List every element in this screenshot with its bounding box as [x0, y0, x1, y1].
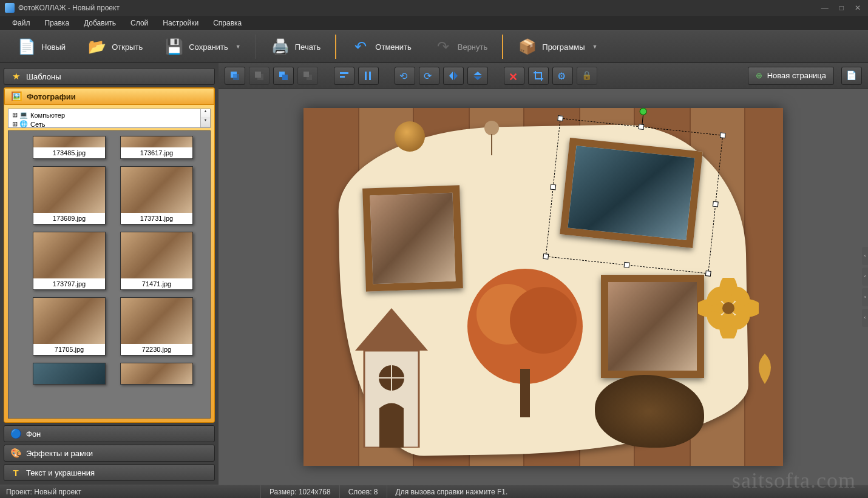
background-label: Фон	[26, 429, 41, 439]
thumb-label: 173485.jpg	[33, 147, 105, 158]
sidebar-item-text[interactable]: T Текст и украшения	[4, 464, 215, 481]
thumb-label: 173797.jpg	[33, 278, 105, 289]
undo-button[interactable]: ↶ Отменить	[340, 33, 422, 60]
svg-point-12	[484, 121, 499, 135]
thumbnail[interactable]: 72230.jpg	[120, 297, 193, 355]
new-button[interactable]: 📄 Новый	[6, 33, 76, 60]
save-button[interactable]: 💾 Сохранить ▼	[154, 33, 252, 60]
clipart-leaf[interactable]	[747, 351, 783, 387]
clipart-tree[interactable]	[464, 260, 586, 417]
clipart-poppy[interactable]	[480, 119, 504, 155]
thumb-label: 71471.jpg	[121, 278, 192, 289]
thumbnail[interactable]: 173485.jpg	[33, 136, 106, 159]
sidebar: ★ Шаблоны 🖼️ Фотографии ⊞ 💻Компьютер ⊞ 🌐…	[0, 63, 219, 485]
text-label: Текст и украшения	[26, 468, 95, 477]
delete-button[interactable]: ✕	[504, 67, 524, 85]
distribute-button[interactable]	[358, 67, 379, 85]
redo-label: Вернуть	[458, 42, 488, 52]
settings-button[interactable]: ⚙	[552, 67, 573, 85]
tree-spinner[interactable]: ▲▼	[200, 109, 210, 127]
panel-tab[interactable]: ‹	[862, 309, 868, 327]
send-back-button	[249, 67, 270, 85]
menu-help[interactable]: Справка	[207, 17, 248, 29]
undo-label: Отменить	[375, 42, 411, 52]
photo-frame-3[interactable]	[601, 275, 704, 378]
tree-network[interactable]: Сеть	[30, 121, 45, 128]
templates-label: Шаблоны	[26, 72, 61, 81]
status-project: Проект: Новый проект	[0, 485, 261, 498]
bring-front-button[interactable]	[225, 67, 245, 85]
menu-file[interactable]: Файл	[6, 17, 36, 29]
rotate-left-button[interactable]: ⟲	[395, 67, 415, 85]
sidebar-item-templates[interactable]: ★ Шаблоны	[4, 68, 215, 85]
new-page-button[interactable]: ⊕ Новая страница	[748, 67, 834, 85]
folder-tree[interactable]: ⊞ 💻Компьютер ⊞ 🌐Сеть ▲▼	[8, 109, 211, 128]
sidebar-item-photos[interactable]: 🖼️ Фотографии	[4, 88, 214, 105]
panel-tab[interactable]: ‹	[862, 247, 868, 265]
globe-icon: 🔵	[10, 428, 21, 439]
crop-button[interactable]	[528, 67, 549, 85]
thumbnail[interactable]: 173797.jpg	[33, 232, 106, 290]
send-backward-button	[297, 67, 318, 85]
menu-layer[interactable]: Слой	[124, 17, 154, 29]
bring-forward-button[interactable]	[273, 67, 294, 85]
lock-button: 🔒	[577, 67, 597, 85]
thumbnail[interactable]: 71471.jpg	[120, 232, 193, 290]
printer-icon: 🖨️	[271, 37, 290, 56]
thumbnail[interactable]	[120, 363, 193, 385]
flip-horizontal-button[interactable]	[443, 67, 464, 85]
thumbnail-grid: 173485.jpg 173617.jpg 173689.jpg 173731.…	[8, 130, 211, 419]
thumbnail[interactable]: 173617.jpg	[120, 136, 193, 159]
svg-rect-3	[255, 72, 261, 78]
thumb-label: 71705.jpg	[33, 344, 105, 355]
thumbnail[interactable]: 173731.jpg	[120, 166, 193, 224]
menu-edit[interactable]: Правка	[39, 17, 76, 29]
align-button[interactable]	[334, 67, 354, 85]
close-button[interactable]: ✕	[852, 2, 863, 13]
clipart-house[interactable]	[352, 308, 431, 448]
redo-button[interactable]: ↷ Вернуть	[422, 33, 499, 60]
new-file-icon: 📄	[17, 37, 36, 56]
tree-computer[interactable]: Компьютер	[30, 112, 65, 119]
svg-point-31	[722, 302, 734, 314]
new-label: Новый	[41, 42, 66, 52]
box-icon: 📦	[518, 37, 537, 56]
thumbnail[interactable]: 173689.jpg	[33, 166, 106, 224]
save-label: Сохранить	[189, 42, 228, 52]
maximize-button[interactable]: □	[837, 2, 846, 13]
thumb-label: 173617.jpg	[121, 147, 192, 158]
menu-settings[interactable]: Настройки	[157, 17, 205, 29]
minimize-button[interactable]: —	[819, 2, 831, 13]
right-panel-tabs: ‹ ‹ ‹ ‹	[862, 247, 868, 327]
sidebar-item-background[interactable]: 🔵 Фон	[4, 425, 215, 442]
page-settings-button[interactable]: 📄	[841, 67, 862, 85]
clipart-nut[interactable]	[395, 121, 425, 152]
rotate-right-button[interactable]: ⟳	[419, 67, 439, 85]
programs-button[interactable]: 📦 Программы ▼	[507, 33, 608, 60]
add-page-icon: ⊕	[756, 71, 762, 80]
panel-tab[interactable]: ‹	[862, 268, 868, 286]
svg-rect-10	[365, 72, 367, 80]
thumbnail[interactable]: 71705.jpg	[33, 297, 106, 355]
statusbar: Проект: Новый проект Размер: 1024x768 Сл…	[0, 485, 868, 498]
programs-label: Программы	[542, 42, 585, 52]
effects-label: Эффекты и рамки	[26, 449, 93, 458]
thumbnail[interactable]	[33, 363, 106, 385]
menu-add[interactable]: Добавить	[78, 17, 122, 29]
photo-frame-1[interactable]	[362, 185, 463, 291]
sidebar-item-effects[interactable]: 🎨 Эффекты и рамки	[4, 445, 215, 462]
flip-vertical-button[interactable]	[467, 67, 488, 85]
undo-icon: ↶	[351, 37, 370, 56]
photos-panel: 🖼️ Фотографии ⊞ 💻Компьютер ⊞ 🌐Сеть ▲▼ 17…	[4, 87, 215, 423]
collage-page[interactable]	[303, 108, 783, 466]
panel-tab[interactable]: ‹	[862, 288, 868, 306]
thumb-label: 72230.jpg	[121, 344, 192, 355]
svg-point-16	[510, 287, 577, 354]
print-button[interactable]: 🖨️ Печать	[260, 33, 332, 60]
status-layers: Слоев: 8	[340, 485, 387, 498]
open-label: Открыть	[112, 42, 143, 52]
canvas-viewport[interactable]: ‹ ‹ ‹ ‹	[219, 89, 868, 485]
open-button[interactable]: 📂 Открыть	[76, 33, 154, 60]
photo-frame-2[interactable]	[560, 137, 703, 247]
clipart-flower[interactable]	[698, 278, 759, 338]
